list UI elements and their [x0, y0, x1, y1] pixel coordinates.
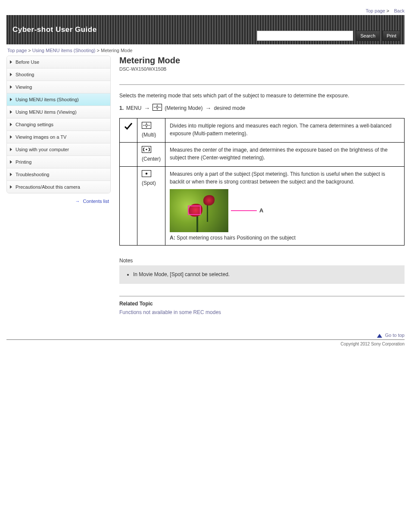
option-desc-spot: Measures only a part of the subject (Spo… — [165, 167, 405, 246]
option-name: (Multi) — [142, 132, 156, 138]
svg-point-1 — [156, 106, 159, 109]
options-table: (Multi) Divides into multiple regions an… — [119, 118, 405, 246]
top-links: Top page > Back — [6, 6, 405, 15]
sidebar-item-label: Using with your computer — [16, 147, 69, 152]
note-item: In Movie Mode, [Spot] cannot be selected… — [133, 271, 398, 279]
notes-box: In Movie Mode, [Spot] cannot be selected… — [119, 265, 405, 284]
option-desc: Divides into multiple regions and measur… — [165, 118, 405, 143]
search-button[interactable]: Search — [356, 31, 380, 41]
spot-desc-before: Measures only a part of the subject (Spo… — [170, 171, 385, 185]
copyright: Copyright 2012 Sony Corporation — [6, 340, 405, 355]
header-controls: Search Print — [257, 31, 400, 41]
stem-shape — [196, 214, 198, 232]
menu-path-label: (Metering Mode) — [165, 105, 202, 111]
header-bar: Cyber-shot User Guide Search Print — [6, 15, 405, 44]
crosshair-box — [188, 205, 201, 215]
menu-path: 1. MENU → (Metering Mode) → desired mode — [119, 104, 405, 112]
option-row-multi: (Multi) Divides into multiple regions an… — [120, 118, 405, 143]
menu-path-prefix: MENU — [126, 105, 141, 111]
chevron-right-icon — [10, 135, 12, 139]
crumb-top[interactable]: Top page — [7, 48, 27, 53]
sidebar-item-before-use[interactable]: Before Use — [7, 56, 110, 68]
sidebar-item-label: Changing settings — [16, 122, 53, 127]
metering-center-icon — [142, 146, 151, 155]
sidebar-item-label: Printing — [16, 159, 31, 165]
callout-label: A — [259, 206, 263, 215]
header-title: Cyber-shot User Guide — [12, 25, 97, 34]
print-button[interactable]: Print — [383, 31, 400, 41]
check-icon — [124, 122, 133, 133]
svg-point-13 — [146, 149, 147, 150]
sidebar-item-troubleshooting[interactable]: Troubleshooting — [7, 168, 110, 181]
option-name: (Spot) — [142, 180, 156, 186]
svg-point-7 — [146, 124, 148, 127]
arrow-right-icon: → — [205, 105, 211, 112]
option-row-center: (Center) Measures the center of the imag… — [120, 143, 405, 167]
sidebar-menu: Before Use Shooting Viewing Using MENU i… — [6, 56, 111, 193]
sidebar-item-label: Before Use — [16, 59, 39, 65]
model-line: DSC-WX150/WX150B — [119, 66, 405, 72]
go-to-top-link[interactable]: Go to top — [385, 333, 405, 338]
search-input[interactable] — [257, 31, 353, 41]
contents-list-link[interactable]: Contents list — [83, 199, 109, 204]
sidebar-item-settings[interactable]: Changing settings — [7, 118, 110, 131]
sidebar-item-label: Viewing images on a TV — [16, 134, 66, 140]
sample-image — [170, 189, 228, 232]
sidebar-item-precautions[interactable]: Precautions/About this camera — [7, 181, 110, 193]
chevron-right-icon — [10, 173, 12, 176]
chevron-right-icon — [10, 160, 12, 164]
arrow-right-icon: → — [144, 105, 150, 112]
related-heading: Related Topic — [119, 301, 405, 307]
chevron-right-icon — [10, 123, 12, 126]
sidebar-item-label: Viewing — [16, 84, 32, 90]
triangle-up-icon — [377, 334, 382, 338]
chevron-right-icon — [10, 110, 12, 114]
spot-desc-after-label: A: — [170, 235, 175, 241]
crumb-section[interactable]: Using MENU items (Shooting) — [32, 48, 96, 53]
chevron-right-icon — [10, 98, 12, 101]
divider — [119, 84, 405, 85]
link-top-page[interactable]: Top page — [366, 8, 385, 13]
chevron-right-icon — [10, 85, 12, 89]
menu-path-suffix: desired mode — [214, 105, 245, 111]
metering-multi-icon — [153, 104, 162, 112]
flower-shape — [203, 195, 215, 205]
stem-shape — [207, 205, 208, 222]
option-row-spot: (Spot) Measures only a part of the subje… — [120, 167, 405, 246]
chevron-right-icon — [10, 60, 12, 64]
sidebar-item-label: Troubleshooting — [16, 172, 49, 177]
svg-point-15 — [146, 173, 147, 174]
sidebar-item-computer[interactable]: Using with your computer — [7, 143, 110, 156]
notes-heading: Notes — [119, 258, 405, 264]
page-title: Metering Mode — [119, 56, 405, 65]
chevron-right-icon — [10, 148, 12, 151]
sidebar-item-printing[interactable]: Printing — [7, 156, 110, 168]
arrow-right-icon: → — [75, 199, 80, 204]
sidebar-item-shooting[interactable]: Shooting — [7, 68, 110, 81]
chevron-right-icon — [10, 73, 12, 76]
sidebar-item-menu-viewing[interactable]: Using MENU items (Viewing) — [7, 106, 110, 118]
sidebar-back-link: → Contents list — [6, 199, 111, 204]
sidebar-item-viewing[interactable]: Viewing — [7, 81, 110, 93]
option-name: (Center) — [142, 156, 161, 162]
intro-paragraph: Selects the metering mode that sets whic… — [119, 92, 405, 100]
go-to-top: Go to top — [119, 333, 405, 338]
sidebar-item-label: Precautions/About this camera — [16, 184, 80, 190]
related-links: Functions not available in some REC mode… — [119, 309, 405, 315]
related-link[interactable]: Functions not available in some REC mode… — [119, 309, 221, 315]
sidebar-item-menu-shooting[interactable]: Using MENU items (Shooting) — [7, 93, 110, 106]
spot-sample: A — [170, 189, 400, 232]
chevron-right-icon — [10, 185, 12, 189]
sidebar: Before Use Shooting Viewing Using MENU i… — [6, 56, 111, 204]
sidebar-item-tv[interactable]: Viewing images on a TV — [7, 131, 110, 143]
sidebar-item-label: Shooting — [16, 72, 34, 77]
crumb-current: Metering Mode — [101, 48, 132, 53]
link-back[interactable]: Back — [394, 8, 405, 13]
callout-line — [231, 210, 257, 211]
metering-multi-icon — [142, 122, 151, 131]
metering-spot-icon — [142, 170, 151, 179]
sidebar-item-label: Using MENU items (Shooting) — [16, 97, 79, 102]
breadcrumb: Top page > Using MENU items (Shooting) >… — [6, 44, 405, 56]
sidebar-item-label: Using MENU items (Viewing) — [16, 109, 77, 115]
option-desc: Measures the center of the image, and de… — [165, 143, 405, 167]
